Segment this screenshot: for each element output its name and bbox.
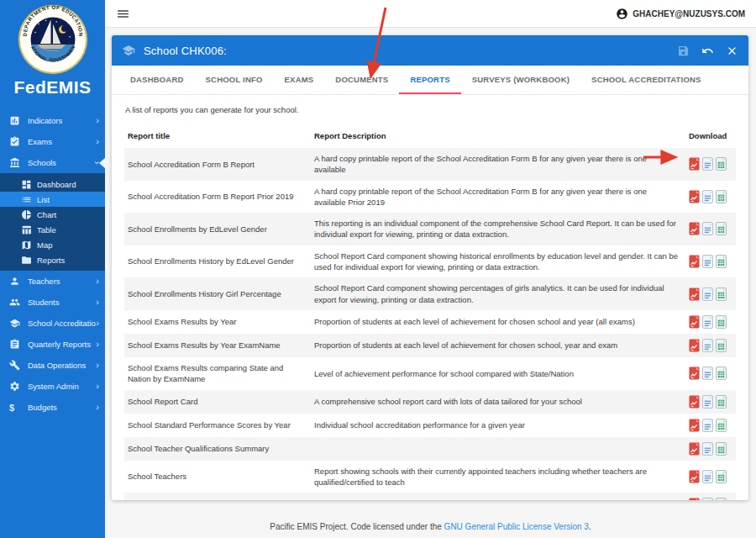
- sidebar-item-indicators[interactable]: Indicators ›: [0, 110, 105, 131]
- download-pdf-button[interactable]: [689, 367, 700, 380]
- download-cell: [689, 157, 732, 171]
- download-doc-button[interactable]: [702, 190, 713, 203]
- content-area: School CHK006: DASHBOARD SCHOOL INFO EXA…: [105, 28, 756, 538]
- sidebar-item-schools[interactable]: Schools ›: [0, 152, 105, 173]
- download-pdf-button[interactable]: [689, 442, 700, 456]
- download-pdf-button[interactable]: [689, 287, 700, 301]
- download-pdf-button[interactable]: [689, 222, 700, 235]
- download-doc-button[interactable]: [702, 255, 713, 268]
- download-doc-button[interactable]: [702, 339, 713, 352]
- download-pdf-button[interactable]: [689, 157, 700, 171]
- sidebar-subitem-chart[interactable]: Chart: [0, 207, 105, 222]
- sidebar-subitem-map[interactable]: Map: [0, 237, 105, 252]
- download-cell: [689, 222, 732, 235]
- report-description-cell: Individual school accreditation performa…: [314, 419, 679, 430]
- download-pdf-button[interactable]: [689, 470, 700, 483]
- tab-dashboard[interactable]: DASHBOARD: [119, 66, 195, 94]
- download-cell: [689, 339, 732, 352]
- download-pdf-button[interactable]: [689, 339, 700, 352]
- sidebar-item-label: Budgets: [28, 403, 96, 412]
- download-xls-button[interactable]: [716, 498, 727, 500]
- license-link[interactable]: GNU General Public License Version 3: [444, 522, 589, 531]
- sidebar-item-data-operations[interactable]: Data Operations ›: [0, 355, 105, 376]
- download-xls-button[interactable]: [716, 287, 727, 301]
- sidebar-item-students[interactable]: Students ›: [0, 292, 105, 313]
- tab-school-info[interactable]: SCHOOL INFO: [195, 66, 274, 94]
- download-doc-button[interactable]: [702, 367, 713, 380]
- account-circle-icon: [616, 8, 628, 20]
- tab-school-accreditations[interactable]: SCHOOL ACCREDITATIONS: [580, 66, 712, 94]
- map-icon: [21, 240, 32, 251]
- sidebar-subitem-list[interactable]: List: [0, 192, 105, 207]
- download-xls-button[interactable]: [716, 395, 727, 409]
- sidebar-subitem-label: Table: [37, 225, 105, 235]
- download-doc-button[interactable]: [702, 222, 713, 235]
- download-doc-button[interactable]: [702, 419, 713, 432]
- download-pdf-button[interactable]: [689, 315, 700, 329]
- tab-exams[interactable]: EXAMS: [274, 66, 325, 94]
- sidebar-item-budgets[interactable]: $ Budgets ›: [0, 397, 105, 418]
- download-doc-button[interactable]: [702, 498, 713, 500]
- download-cell: [689, 287, 732, 301]
- sidebar-subitem-table[interactable]: Table: [0, 222, 105, 237]
- download-xls-button[interactable]: [716, 157, 727, 171]
- download-pdf-button[interactable]: [689, 190, 700, 203]
- sidebar-item-label: Teachers: [28, 277, 96, 286]
- sidebar-item-school-accreditations[interactable]: School Accreditations ›: [0, 313, 105, 334]
- download-cell: [689, 498, 732, 500]
- modal-actions: [677, 45, 738, 57]
- download-xls-button[interactable]: [716, 442, 727, 456]
- download-doc-button[interactable]: [702, 395, 713, 409]
- download-doc-button[interactable]: [702, 287, 713, 301]
- sidebar-subitem-reports[interactable]: Reports: [0, 252, 105, 267]
- sidebar-item-exams[interactable]: Exams ›: [0, 131, 105, 152]
- download-xls-button[interactable]: [716, 315, 727, 329]
- download-cell: [689, 190, 732, 203]
- download-doc-button[interactable]: [702, 157, 713, 171]
- download-pdf-button[interactable]: [689, 419, 700, 432]
- download-xls-button[interactable]: [716, 419, 727, 432]
- report-description-cell: This reporting is an individual componen…: [314, 218, 679, 240]
- tab-documents[interactable]: DOCUMENTS: [324, 66, 399, 94]
- download-doc-button[interactable]: [702, 470, 713, 483]
- chevron-right-icon: ›: [96, 298, 99, 307]
- report-description-cell: Proportion of students at each level of …: [314, 340, 679, 351]
- tab-reports[interactable]: REPORTS: [399, 66, 460, 94]
- table-row: School Exams Results by Year Proportion …: [124, 310, 736, 334]
- sidebar-subitem-dashboard[interactable]: Dashboard: [0, 177, 105, 192]
- sidebar-item-quarterly-reports[interactable]: Quarterly Reports ›: [0, 334, 105, 355]
- sidebar-item-teachers[interactable]: Teachers ›: [0, 271, 105, 292]
- report-description-cell: Report showing schools with their curren…: [314, 466, 679, 488]
- table-row: School Standard Performance Scores by Ye…: [124, 414, 736, 437]
- save-icon[interactable]: [677, 45, 690, 57]
- undo-icon[interactable]: [701, 45, 714, 57]
- footer-text-suffix: .: [589, 522, 591, 531]
- download-pdf-button[interactable]: [689, 498, 700, 500]
- people-icon: [9, 297, 22, 308]
- user-menu[interactable]: GHACHEY@NUZUSYS.COM: [616, 8, 745, 20]
- table-row: School Enrollments History by EdLevel Ge…: [124, 245, 736, 278]
- sidebar-item-label: Schools: [28, 158, 96, 167]
- sidebar-item-system-admin[interactable]: System Admin ›: [0, 376, 105, 397]
- tab-label: SCHOOL INFO: [206, 75, 263, 84]
- download-doc-button[interactable]: [702, 315, 713, 329]
- download-xls-button[interactable]: [716, 339, 727, 352]
- tab-surveys-workbook[interactable]: SURVEYS (WORKBOOK): [461, 66, 580, 94]
- graduation-cap-icon: [122, 44, 135, 57]
- download-doc-button[interactable]: [702, 442, 713, 456]
- sidebar-subitem-label: Dashboard: [37, 180, 105, 189]
- report-title-cell: School Exams Results by Year ExamName: [128, 340, 304, 351]
- download-xls-button[interactable]: [716, 367, 727, 380]
- download-xls-button[interactable]: [716, 190, 727, 203]
- download-cell: [689, 367, 732, 380]
- download-xls-button[interactable]: [716, 470, 727, 483]
- column-header-description: Report Description: [314, 131, 679, 140]
- sidebar-item-label: Students: [28, 298, 96, 307]
- table-row: School Teachers Report showing schools w…: [124, 461, 736, 493]
- download-xls-button[interactable]: [716, 222, 727, 235]
- close-icon[interactable]: [726, 45, 738, 57]
- menu-icon[interactable]: [116, 7, 130, 21]
- download-pdf-button[interactable]: [689, 395, 700, 409]
- download-xls-button[interactable]: [716, 255, 727, 268]
- download-pdf-button[interactable]: [689, 255, 700, 268]
